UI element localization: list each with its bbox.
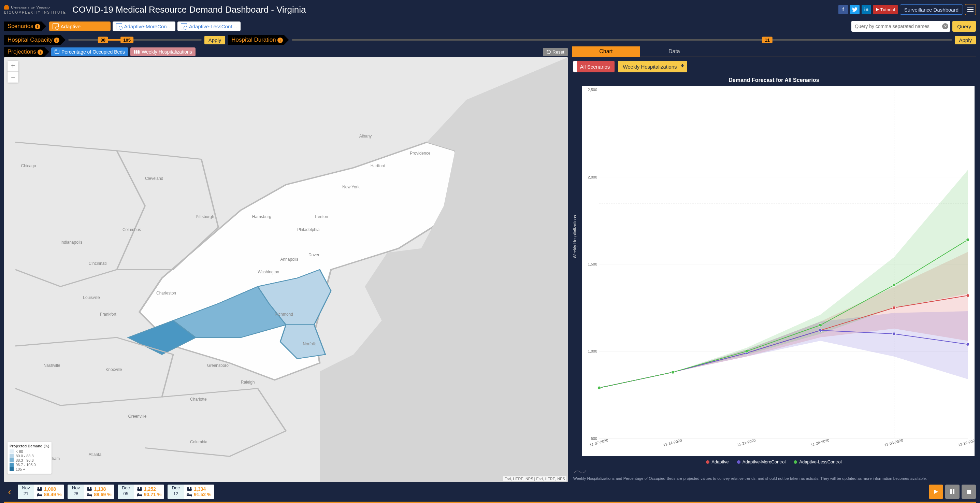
legend-label: 105 + (16, 467, 25, 471)
clear-icon[interactable]: ✕ (942, 23, 948, 29)
people-icon (187, 487, 192, 491)
info-icon[interactable]: i (35, 24, 40, 29)
chart-title: Demand Forecast for All Scenarios (572, 76, 976, 84)
capacity-apply-button[interactable]: Apply (204, 36, 226, 45)
info-icon[interactable]: i (54, 38, 59, 43)
twitter-button[interactable] (850, 5, 859, 14)
zoom-in-button[interactable]: + (8, 61, 18, 72)
svg-text:2,500: 2,500 (588, 88, 597, 92)
stop-button[interactable] (962, 485, 976, 499)
count-value: 1,252 (144, 486, 156, 492)
chart-plot[interactable]: 5001,0001,5002,0002,50011-07-202011-14-2… (582, 86, 975, 456)
map[interactable]: ChicagoIndianapolisCincinnatiClevelandCo… (4, 57, 568, 482)
scenario-button-1[interactable]: Adaptive-MoreCon… (113, 22, 175, 31)
zoom-out-button[interactable]: − (8, 72, 18, 83)
scenario-button-2[interactable]: Adaptive-LessCont… (177, 22, 241, 31)
timeline-prev-button[interactable]: ‹ (4, 485, 15, 499)
svg-rect-57 (137, 494, 137, 497)
people-icon (37, 487, 42, 491)
facebook-button[interactable]: f (838, 5, 848, 14)
chart-pane: Chart Data All Scenarios Weekly Hospital… (572, 46, 976, 482)
capacity-min-handle[interactable]: 80 (98, 37, 108, 43)
metric-select[interactable]: Weekly Hospitalizations (618, 61, 687, 72)
svg-point-30 (892, 333, 896, 336)
svg-point-63 (187, 493, 189, 495)
pct-beds-label: Percentage of Occupied Beds (61, 49, 125, 55)
svg-point-37 (966, 238, 969, 241)
main-content: Projectionsi Percentage of Occupied Beds… (0, 46, 980, 482)
city-label: Louisville (83, 295, 100, 300)
pct-value: 91.52 % (194, 492, 211, 497)
city-label: Washington (258, 270, 279, 274)
svg-text:1,500: 1,500 (588, 262, 597, 266)
legend-item[interactable]: Adaptive-LessControl (794, 459, 842, 465)
city-label: Atlanta (89, 452, 101, 457)
duration-handle[interactable]: 11 (762, 37, 772, 43)
svg-point-42 (38, 493, 39, 495)
duration-slider[interactable]: 11 (292, 39, 952, 41)
people-icon (137, 487, 142, 491)
city-label: Trenton (314, 214, 328, 219)
legend-row: < 80 (10, 449, 49, 454)
info-icon[interactable]: i (277, 38, 283, 43)
svg-point-52 (137, 487, 139, 489)
y-axis-label: Weekly Hospitalizations (573, 215, 578, 258)
pct-value: 88.49 % (44, 492, 61, 497)
legend-series-label: Adaptive (711, 459, 729, 465)
surveillance-dashboard-button[interactable]: Surveillance Dashboard (900, 5, 963, 15)
info-icon[interactable]: i (38, 49, 43, 55)
reset-button[interactable]: Reset (543, 48, 568, 56)
legend-swatch (10, 467, 14, 471)
svg-rect-58 (142, 495, 142, 497)
tab-data[interactable]: Data (640, 46, 708, 57)
menu-button[interactable] (965, 4, 976, 15)
legend-item[interactable]: Adaptive-MoreControl (737, 459, 786, 465)
tab-chart[interactable]: Chart (572, 46, 640, 57)
svg-point-32 (598, 386, 601, 389)
timeline-card-1[interactable]: Nov281,13889.69 % (68, 485, 114, 499)
svg-rect-44 (41, 495, 42, 497)
map-attribution: Esri, HERE, NPS | Esri, HERE, NPS (503, 476, 566, 481)
weekly-hosp-button[interactable]: Weekly Hospitalizations (130, 48, 196, 56)
city-label: Nashville (44, 363, 60, 368)
timeline-card-3[interactable]: Dec121,33491.52 % (167, 485, 214, 499)
header-right: f in Tutorial Surveillance Dashboard (838, 4, 976, 15)
legend-item[interactable]: Adaptive (706, 459, 729, 465)
query-button[interactable]: Query (952, 21, 976, 32)
map-legend: Projected Demand (%) < 8080.0 - 88.388.3… (8, 442, 51, 474)
play-button[interactable] (929, 485, 943, 499)
svg-point-49 (88, 493, 89, 495)
rotunda-icon (4, 5, 9, 10)
date-cell: Dec12 (167, 485, 184, 499)
pause-button[interactable] (945, 485, 959, 499)
bed-icon (37, 492, 42, 497)
chart-legend: AdaptiveAdaptive-MoreControlAdaptive-Les… (572, 456, 976, 468)
city-label: Columbia (190, 439, 207, 444)
stats-cell: 1,33491.52 % (184, 485, 214, 499)
svg-point-53 (140, 487, 142, 489)
svg-point-59 (187, 487, 189, 489)
timeline-card-2[interactable]: Dec051,25290.71 % (118, 485, 164, 499)
bed-icon (87, 492, 92, 497)
capacity-max-handle[interactable]: 105 (121, 37, 134, 43)
capacity-slider[interactable]: 80 105 (68, 39, 201, 41)
scenario-icon (181, 23, 187, 29)
hamburger-icon (967, 8, 974, 8)
scenario-button-0[interactable]: Adaptive (49, 22, 111, 31)
legend-row: 80.0 - 88.3 (10, 454, 49, 458)
timeline-card-0[interactable]: Nov211,00888.49 % (18, 485, 64, 499)
svg-rect-65 (191, 495, 192, 497)
count-value: 1,138 (94, 486, 106, 492)
date-cell: Nov21 (18, 485, 34, 499)
map-pane: Projectionsi Percentage of Occupied Beds… (4, 46, 568, 482)
pct-beds-button[interactable]: Percentage of Occupied Beds (51, 48, 128, 56)
svg-rect-41 (37, 495, 42, 496)
duration-apply-button[interactable]: Apply (955, 36, 976, 45)
city-label: Greenville (128, 414, 146, 419)
city-label: Dover (309, 253, 320, 257)
tutorial-button[interactable]: Tutorial (873, 5, 898, 14)
city-label: Albany (359, 134, 372, 138)
query-input[interactable] (851, 21, 950, 32)
linkedin-button[interactable]: in (862, 5, 871, 14)
all-scenarios-toggle[interactable]: All Scenarios (573, 61, 615, 72)
